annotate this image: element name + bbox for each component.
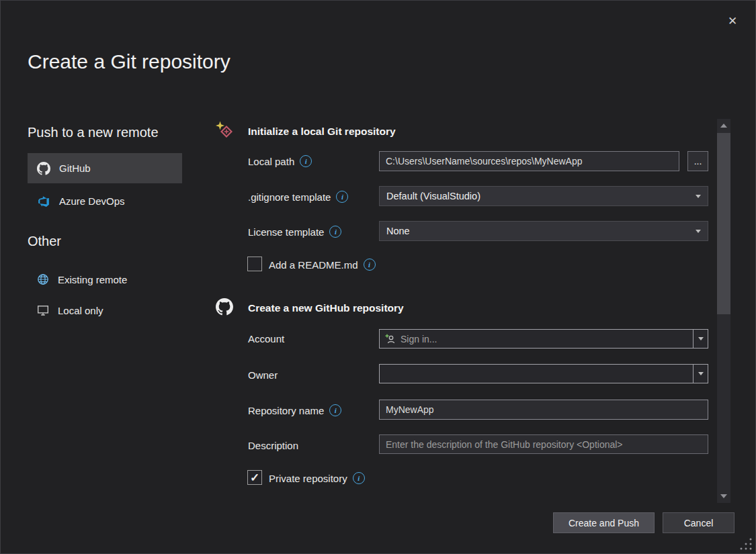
sidebar-item-github[interactable]: GitHub [28,153,182,183]
account-dropdown-button[interactable] [693,330,708,348]
azure-devops-icon [37,195,50,208]
info-icon[interactable] [300,155,312,167]
scroll-up-button[interactable] [717,119,730,132]
private-repository-label-row: Private repository [269,472,365,484]
github-icon [37,162,50,175]
scroll-down-button[interactable] [717,490,730,503]
sidebar-item-local-only[interactable]: Local only [28,297,182,324]
globe-icon [37,273,49,285]
owner-label: Owner [248,369,278,381]
owner-label-row: Owner [248,369,278,381]
gitignore-label: .gitignore template [248,191,331,203]
page-title: Create a Git repository [28,50,230,73]
sidebar-item-label: Existing remote [58,274,127,285]
description-label-row: Description [248,440,298,451]
owner-dropdown-button[interactable] [693,365,708,383]
gitignore-template-select[interactable]: Default (VisualStudio) [379,186,708,206]
description-input[interactable] [379,434,708,454]
info-icon[interactable] [336,191,348,203]
github-icon [216,298,233,316]
checkmark-icon: ✓ [250,472,259,483]
sidebar-item-label: Local only [58,305,103,316]
owner-combobox[interactable] [379,364,708,383]
account-value: Sign in... [401,334,437,344]
readme-label: Add a README.md [269,259,358,271]
info-icon[interactable] [329,226,341,238]
license-label: License template [248,226,324,238]
private-repository-checkbox[interactable]: ✓ [247,470,262,485]
gitignore-label-row: .gitignore template [248,191,348,203]
arrow-up-icon [720,124,727,128]
repository-name-input[interactable] [379,400,708,420]
add-user-icon [385,334,396,344]
description-label: Description [248,440,298,451]
scrollbar[interactable] [717,119,730,503]
repository-name-label-row: Repository name [248,404,341,416]
account-label-row: Account [248,333,284,344]
browse-button[interactable]: ... [687,151,708,171]
cancel-button[interactable]: Cancel [663,512,734,533]
close-button[interactable]: ✕ [721,9,744,32]
create-git-repository-dialog: ✕ Create a Git repository Push to a new … [0,0,756,554]
license-selected-value: None [386,226,410,236]
close-icon: ✕ [728,14,737,28]
private-repository-label: Private repository [269,473,347,484]
sidebar-item-azure-devops[interactable]: Azure DevOps [28,186,182,216]
info-icon[interactable] [353,472,365,484]
sidebar-heading-other: Other [28,234,61,249]
chevron-down-icon [698,372,704,375]
sidebar-item-label: GitHub [59,163,91,174]
readme-checkbox[interactable] [247,257,262,271]
chevron-down-icon [698,337,704,340]
resize-grip[interactable] [739,537,753,551]
repository-name-label: Repository name [248,405,324,416]
sidebar-heading-push: Push to a new remote [28,125,159,140]
computer-icon [37,304,49,316]
init-section-heading: Initialize a local Git repository [248,126,396,138]
gitignore-selected-value: Default (VisualStudio) [386,191,480,201]
chevron-down-icon [696,230,701,233]
local-path-input[interactable] [379,151,679,171]
git-init-icon [214,120,233,139]
local-path-label-row: Local path [248,155,312,167]
info-icon[interactable] [329,404,341,416]
sidebar-item-label: Azure DevOps [59,195,125,207]
github-section-heading: Create a new GitHub repository [248,302,404,314]
chevron-down-icon [696,195,701,198]
license-label-row: License template [248,226,341,238]
readme-label-row: Add a README.md [269,259,376,271]
scrollbar-thumb[interactable] [717,133,730,314]
sidebar-item-existing-remote[interactable]: Existing remote [28,266,182,293]
account-label: Account [248,333,284,344]
license-template-select[interactable]: None [379,221,708,241]
create-and-push-button[interactable]: Create and Push [553,512,655,533]
arrow-down-icon [720,494,727,498]
account-combobox[interactable]: Sign in... [379,329,708,349]
local-path-label: Local path [248,156,294,167]
info-icon[interactable] [364,259,376,271]
